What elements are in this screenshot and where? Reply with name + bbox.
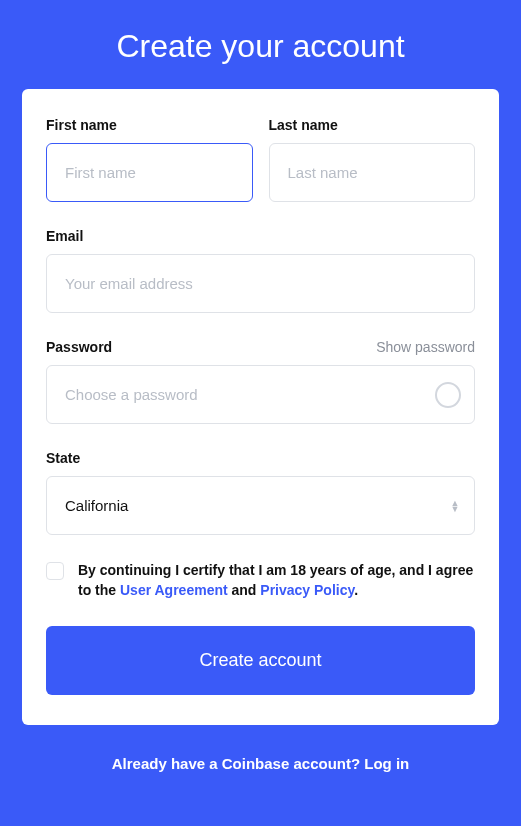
state-field: State California ▲▼ [46, 450, 475, 535]
email-field: Email [46, 228, 475, 313]
login-link[interactable]: Log in [364, 755, 409, 772]
password-strength-icon [435, 382, 461, 408]
state-label: State [46, 450, 80, 466]
last-name-input[interactable] [269, 143, 476, 202]
chevron-up-down-icon: ▲▼ [449, 500, 461, 512]
signup-card: First name Last name Email Password Show… [22, 89, 499, 725]
email-label: Email [46, 228, 83, 244]
password-field: Password Show password [46, 339, 475, 424]
email-input[interactable] [46, 254, 475, 313]
certify-row: By continuing I certify that I am 18 yea… [46, 561, 475, 600]
password-label: Password [46, 339, 112, 355]
footer: Already have a Coinbase account? Log in [0, 725, 521, 802]
user-agreement-link[interactable]: User Agreement [120, 582, 228, 598]
privacy-policy-link[interactable]: Privacy Policy [260, 582, 354, 598]
first-name-input[interactable] [46, 143, 253, 202]
password-input[interactable] [46, 365, 475, 424]
last-name-field: Last name [269, 117, 476, 202]
first-name-label: First name [46, 117, 117, 133]
certify-checkbox[interactable] [46, 562, 64, 580]
page-title: Create your account [0, 0, 521, 89]
show-password-toggle[interactable]: Show password [376, 339, 475, 355]
state-select[interactable]: California [46, 476, 475, 535]
certify-text: By continuing I certify that I am 18 yea… [78, 561, 475, 600]
create-account-button[interactable]: Create account [46, 626, 475, 695]
last-name-label: Last name [269, 117, 338, 133]
first-name-field: First name [46, 117, 253, 202]
